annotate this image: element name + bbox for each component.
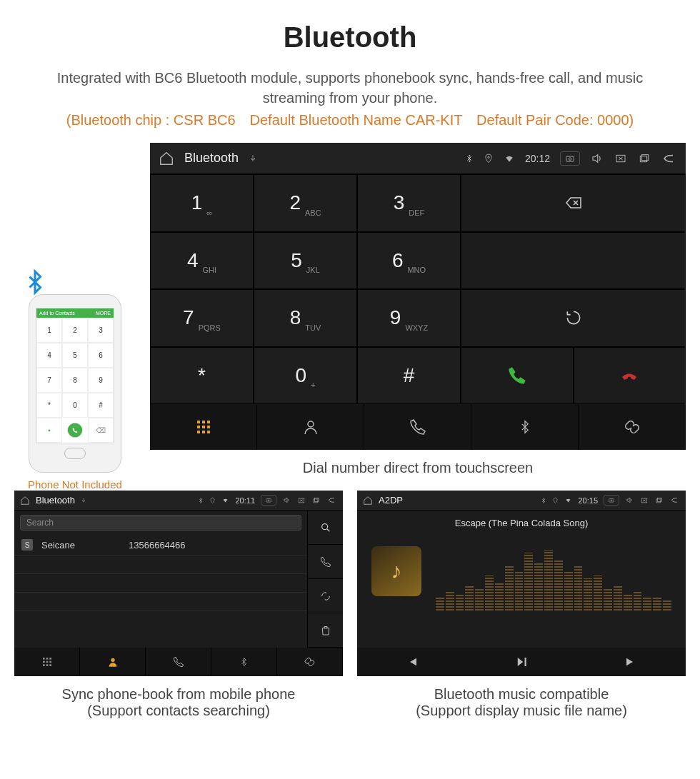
home-icon[interactable] (20, 496, 30, 506)
statusbar-title: Bluetooth (36, 495, 75, 506)
phone-key[interactable]: 8 (62, 368, 88, 393)
redial-button[interactable] (461, 289, 686, 347)
search-icon[interactable] (307, 511, 343, 545)
nav-keypad[interactable] (150, 404, 257, 450)
home-icon[interactable] (159, 151, 174, 166)
nav-bluetooth[interactable] (471, 404, 579, 450)
phone-key[interactable]: 9 (88, 368, 114, 393)
back-icon[interactable] (669, 496, 680, 504)
visualizer (436, 546, 671, 610)
svg-rect-9 (197, 426, 200, 428)
phone-key[interactable]: 2 (62, 318, 88, 343)
play-pause-button[interactable] (466, 648, 576, 676)
nav-bluetooth[interactable] (211, 648, 277, 676)
hangup-button[interactable] (574, 347, 686, 405)
phone-key[interactable]: 0 (62, 393, 88, 418)
camera-icon[interactable] (261, 495, 276, 506)
recent-apps-icon[interactable] (311, 497, 320, 504)
key-4[interactable]: 4GHI (150, 232, 254, 290)
digit: 4 (187, 249, 199, 272)
key-5[interactable]: 5JKL (254, 232, 357, 290)
key-7[interactable]: 7PQRS (150, 289, 254, 347)
recent-apps-icon[interactable] (637, 153, 650, 164)
camera-icon[interactable] (560, 151, 580, 166)
phone-key[interactable]: 6 (88, 343, 114, 368)
key-2[interactable]: 2ABC (254, 174, 357, 232)
close-app-icon[interactable] (614, 153, 627, 164)
dialer-caption: Dial number direct from touchscreen (150, 460, 686, 476)
phone-key[interactable]: # (88, 393, 114, 418)
clock: 20:15 (578, 496, 598, 505)
key-0[interactable]: 0+ (254, 347, 357, 405)
svg-rect-28 (43, 664, 45, 666)
sync-icon[interactable] (307, 579, 343, 613)
key-3[interactable]: 3DEF (357, 174, 461, 232)
camera-icon[interactable] (604, 495, 619, 506)
digit: 1 (191, 191, 203, 214)
back-icon[interactable] (660, 152, 677, 165)
backspace-button[interactable] (461, 174, 686, 232)
svg-point-21 (321, 523, 327, 529)
contact-row-empty (14, 593, 307, 611)
search-input[interactable]: Search (20, 515, 301, 531)
volume-icon[interactable] (282, 496, 291, 504)
call-icon[interactable] (67, 423, 83, 438)
call-button[interactable] (461, 347, 574, 405)
call-contact-icon[interactable] (307, 545, 343, 579)
phone-mockup: Add to Contacts MORE 1 2 3 4 5 6 7 8 9 *… (29, 294, 121, 473)
back-icon[interactable] (326, 496, 337, 504)
contacts-device: Bluetooth 20:11 Search S Seicane (14, 491, 343, 676)
svg-rect-1 (566, 156, 574, 161)
phone-key[interactable]: 3 (88, 318, 114, 343)
svg-rect-24 (49, 658, 51, 660)
contacts-list: Search S Seicane 13566664466 (14, 511, 307, 648)
usb-icon (81, 497, 86, 504)
digit: 3 (394, 191, 405, 214)
nav-recent[interactable] (146, 648, 211, 676)
prev-track-button[interactable] (357, 648, 466, 676)
phone-home-button[interactable] (64, 448, 86, 459)
video-icon[interactable]: ▪ (36, 418, 62, 443)
nav-pair[interactable] (579, 404, 686, 450)
svg-rect-26 (46, 661, 48, 663)
svg-point-33 (611, 500, 612, 501)
nav-contacts[interactable] (80, 648, 146, 676)
nav-pair[interactable] (277, 648, 343, 676)
svg-rect-4 (640, 156, 646, 161)
key-6[interactable]: 6MNO (357, 232, 461, 290)
phone-key[interactable]: 1 (36, 318, 62, 343)
svg-rect-30 (49, 664, 51, 666)
phone-key[interactable]: 7 (36, 368, 62, 393)
close-app-icon[interactable] (297, 497, 306, 504)
nav-recent[interactable] (364, 404, 471, 450)
contacts-side-actions (307, 511, 343, 648)
recent-apps-icon[interactable] (654, 497, 663, 504)
svg-rect-5 (641, 154, 648, 160)
key-hash[interactable]: # (357, 347, 461, 405)
phone-key[interactable]: 5 (62, 343, 88, 368)
phone-key[interactable]: * (36, 393, 62, 418)
svg-rect-22 (43, 658, 45, 660)
svg-point-15 (308, 421, 314, 427)
contact-row[interactable]: S Seicane 13566664466 (14, 535, 307, 556)
home-icon[interactable] (363, 496, 373, 506)
key-8[interactable]: 8TUV (254, 289, 357, 347)
nav-keypad[interactable] (14, 648, 80, 676)
volume-icon[interactable] (625, 496, 634, 504)
backspace-icon[interactable]: ⌫ (88, 418, 114, 443)
close-app-icon[interactable] (640, 497, 649, 504)
key-1[interactable]: 1∞ (150, 174, 254, 232)
keypad: 1∞ 2ABC 3DEF 4GHI 5JKL 6MNO 7PQRS 8TUV 9… (150, 174, 461, 404)
next-track-button[interactable] (576, 648, 686, 676)
key-star[interactable]: * (150, 347, 254, 405)
contact-row-empty (14, 556, 307, 574)
phone-key[interactable]: 4 (36, 343, 62, 368)
bottom-nav (150, 404, 686, 450)
svg-rect-19 (314, 498, 318, 502)
nav-contacts[interactable] (257, 404, 364, 450)
bluetooth-status-icon (541, 497, 546, 504)
statusbar-title: A2DP (379, 495, 403, 506)
key-9[interactable]: 9WXYZ (357, 289, 461, 347)
delete-icon[interactable] (307, 613, 343, 648)
volume-icon[interactable] (590, 152, 604, 165)
